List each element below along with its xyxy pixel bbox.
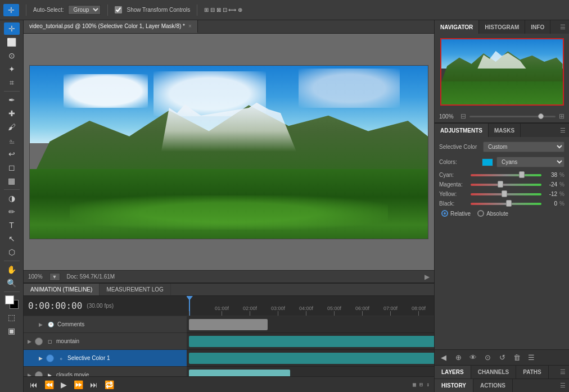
zoom-tool[interactable]: 🔍 bbox=[4, 277, 20, 289]
tab-info[interactable]: INFO bbox=[525, 20, 550, 34]
layer-row-clouds: ▶ ▶ clouds movie bbox=[24, 367, 187, 376]
layer-row-comments: ▶ 🕐 Comments bbox=[24, 316, 187, 333]
screen-mode-btn[interactable]: ▣ bbox=[4, 325, 20, 337]
absolute-option[interactable]: Absolute bbox=[477, 210, 508, 217]
show-transform-checkbox[interactable] bbox=[115, 6, 122, 13]
absolute-radio[interactable] bbox=[477, 210, 484, 217]
cyan-slider-thumb[interactable] bbox=[519, 171, 525, 178]
type-tool[interactable]: T bbox=[4, 219, 20, 231]
history-brush-tool[interactable]: ↩ bbox=[4, 148, 20, 160]
show-transform-label: Show Transform Controls bbox=[127, 7, 190, 13]
zoom-out-btn[interactable]: ⊟ bbox=[460, 112, 466, 120]
tab-close-btn[interactable]: × bbox=[188, 23, 192, 29]
go-to-start-btn[interactable]: ⏮ bbox=[28, 380, 39, 389]
magenta-slider-thumb[interactable] bbox=[498, 181, 503, 188]
history-menu-btn[interactable]: ☰ bbox=[557, 379, 569, 392]
loop-btn[interactable]: 🔁 bbox=[103, 380, 116, 389]
tab-history[interactable]: HISTORY bbox=[435, 379, 473, 392]
tool-divider4 bbox=[4, 291, 20, 292]
play-btn[interactable]: ▶ bbox=[59, 380, 69, 389]
magenta-unit: % bbox=[559, 181, 565, 188]
timeline-tab-measurement[interactable]: MEASUREMENT LOG bbox=[100, 284, 171, 295]
step-back-btn[interactable]: ⏪ bbox=[43, 380, 56, 389]
reset-btn[interactable]: ↺ bbox=[495, 352, 509, 363]
gradient-tool[interactable]: ▦ bbox=[4, 175, 20, 187]
auto-select-dropdown[interactable]: Group Layer bbox=[68, 5, 101, 15]
timeline-toggle-btn[interactable]: ▶ bbox=[425, 273, 430, 281]
hand-tool[interactable]: ✋ bbox=[4, 263, 20, 276]
zoom-in-btn[interactable]: ⊞ bbox=[559, 112, 565, 120]
clone-stamp-tool[interactable]: ⎁ bbox=[4, 134, 20, 147]
view-adj-btn[interactable]: ⊙ bbox=[481, 352, 494, 363]
back-icon-btn[interactable]: ◀ bbox=[437, 352, 450, 363]
relative-option[interactable]: Relative bbox=[441, 210, 471, 217]
adj-menu-btn[interactable]: ☰ bbox=[557, 124, 569, 137]
move-tool[interactable]: ✛ bbox=[4, 22, 20, 35]
dodge-tool[interactable]: ◑ bbox=[4, 192, 20, 204]
step-forward-btn[interactable]: ⏩ bbox=[72, 380, 85, 389]
cloud1 bbox=[64, 74, 148, 108]
black-unit: % bbox=[559, 200, 565, 207]
layer-name-clouds: clouds movie bbox=[56, 372, 184, 376]
yellow-slider-thumb[interactable] bbox=[502, 190, 507, 197]
layer-visibility-mountain[interactable] bbox=[35, 338, 43, 345]
grass-highlight bbox=[70, 195, 388, 230]
tab-actions[interactable]: ACTIONS bbox=[473, 379, 513, 392]
move-tool-btn[interactable]: ✛ bbox=[3, 4, 19, 16]
layer-expand-mountain[interactable]: ▶ bbox=[26, 338, 33, 345]
tab-histogram[interactable]: HISTOGRAM bbox=[479, 20, 525, 34]
eye-icon-btn[interactable]: 👁 bbox=[466, 352, 480, 363]
layer-expand[interactable]: ▶ bbox=[37, 321, 44, 328]
zoom-preset-btn[interactable]: ▼ bbox=[49, 273, 60, 281]
layer-visibility-clouds[interactable] bbox=[35, 371, 43, 377]
nav-fore bbox=[441, 81, 563, 104]
cyan-slider[interactable] bbox=[471, 174, 541, 176]
layer-expand-sc[interactable]: ▶ bbox=[37, 355, 44, 362]
healing-tool[interactable]: ✚ bbox=[4, 107, 20, 120]
colors-dropdown[interactable]: Reds Yellows Greens Cyans Blues Magentas… bbox=[496, 157, 565, 167]
tab-navigator[interactable]: NAVIGATOR bbox=[435, 20, 479, 34]
tab-channels[interactable]: CHANNELS bbox=[471, 366, 517, 379]
path-select-tool[interactable]: ↖ bbox=[4, 233, 20, 245]
brush-tool[interactable]: 🖌 bbox=[4, 121, 20, 133]
black-slider-thumb[interactable] bbox=[506, 200, 512, 207]
eraser-tool[interactable]: ◻ bbox=[4, 161, 20, 174]
magenta-slider[interactable] bbox=[471, 184, 541, 186]
marquee-tool[interactable]: ⬜ bbox=[4, 36, 20, 48]
layer-visibility-sc[interactable] bbox=[46, 354, 54, 362]
crop-tool[interactable]: ⌗ bbox=[4, 76, 20, 89]
tab-adjustments[interactable]: ADJUSTMENTS bbox=[435, 124, 489, 137]
timeline-tab-animation[interactable]: ANIMATION (TIMELINE) bbox=[24, 284, 100, 295]
black-slider[interactable] bbox=[471, 203, 541, 205]
bottom-panel-menu[interactable]: ☰ bbox=[557, 366, 569, 379]
preset-dropdown[interactable]: Custom Default bbox=[483, 142, 565, 152]
delete-btn[interactable]: 🗑 bbox=[510, 352, 523, 363]
relative-radio[interactable] bbox=[441, 210, 448, 217]
layer-expand-clouds[interactable]: ▶ bbox=[26, 372, 33, 377]
cyan-label: Cyan: bbox=[439, 172, 468, 178]
ruler-mark-6: 06:00f bbox=[355, 306, 369, 316]
go-to-end-btn[interactable]: ⏭ bbox=[88, 380, 100, 389]
zoom-slider-thumb[interactable] bbox=[538, 113, 544, 119]
eyedropper-tool[interactable]: ✒ bbox=[4, 94, 20, 106]
new-adj-btn[interactable]: ⊕ bbox=[451, 352, 465, 363]
yellow-slider[interactable] bbox=[471, 193, 541, 195]
layer-row-mountain: ▶ ◻ mountain bbox=[24, 333, 187, 350]
pen-tool[interactable]: ✏ bbox=[4, 206, 20, 218]
quick-mask-btn[interactable]: ⬚ bbox=[4, 311, 20, 323]
color-swatches[interactable] bbox=[5, 295, 19, 309]
layer-row-selective-color[interactable]: ▶ ⬦ Selective Color 1 bbox=[24, 350, 187, 367]
magenta-slider-row: Magenta: -24 % bbox=[439, 181, 565, 188]
tab-paths[interactable]: PATHS bbox=[516, 366, 548, 379]
lasso-tool[interactable]: ⊙ bbox=[4, 49, 20, 62]
quick-select-tool[interactable]: ✦ bbox=[4, 63, 20, 75]
document-tab[interactable]: video_tutorial.psd @ 100% (Selective Col… bbox=[24, 20, 198, 33]
video-icon-clouds: ▶ bbox=[45, 371, 54, 377]
zoom-slider[interactable] bbox=[469, 116, 556, 117]
adj-options-btn[interactable]: ☰ bbox=[525, 352, 538, 363]
panel-menu-btn[interactable]: ☰ bbox=[557, 20, 569, 34]
tab-masks[interactable]: MASKS bbox=[489, 124, 521, 137]
shape-tool[interactable]: ⬡ bbox=[4, 246, 20, 258]
transform-icons: ⊞ ⊟ ⊠ ⊡ ⟺ ⊕ bbox=[204, 7, 242, 13]
tab-layers[interactable]: LAYERS bbox=[435, 366, 471, 379]
